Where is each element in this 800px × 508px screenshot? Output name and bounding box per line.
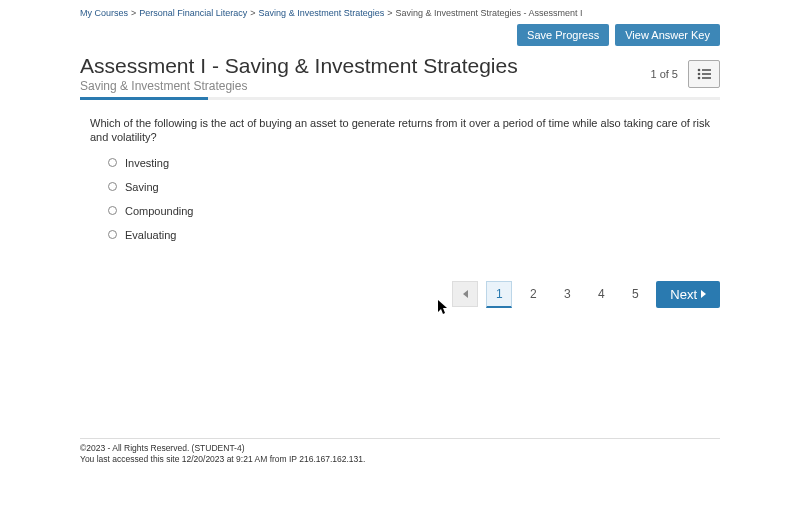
answer-options: Investing Saving Compounding Evaluating: [108, 157, 720, 241]
chevron-left-icon: [463, 290, 468, 298]
breadcrumb-sep: >: [128, 8, 139, 18]
page-number[interactable]: 1: [486, 281, 512, 308]
page-number[interactable]: 5: [622, 281, 648, 307]
save-progress-button[interactable]: Save Progress: [517, 24, 609, 46]
progress-bar-fill: [80, 97, 208, 100]
page-number[interactable]: 4: [588, 281, 614, 307]
breadcrumb-sep: >: [247, 8, 258, 18]
action-button-row: Save Progress View Answer Key: [80, 24, 720, 46]
breadcrumb-sep: >: [384, 8, 395, 18]
option-label: Saving: [125, 181, 159, 193]
svg-rect-3: [702, 73, 711, 75]
page-title: Assessment I - Saving & Investment Strat…: [80, 54, 518, 78]
progress-bar-bg: [80, 97, 720, 100]
footer: ©2023 - All Rights Reserved. (STUDENT-4)…: [80, 438, 720, 465]
prev-page-button[interactable]: [452, 281, 478, 307]
option-label: Evaluating: [125, 229, 176, 241]
breadcrumb-current: Saving & Investment Strategies - Assessm…: [395, 8, 582, 18]
option-label: Investing: [125, 157, 169, 169]
footer-divider: [80, 438, 720, 439]
radio-icon: [108, 182, 117, 191]
radio-icon: [108, 230, 117, 239]
option-label: Compounding: [125, 205, 194, 217]
next-label: Next: [670, 287, 697, 302]
breadcrumb-link-1[interactable]: Personal Financial Literacy: [139, 8, 247, 18]
next-button[interactable]: Next: [656, 281, 720, 308]
list-icon: [697, 68, 711, 80]
breadcrumb-link-0[interactable]: My Courses: [80, 8, 128, 18]
svg-point-2: [698, 72, 701, 75]
radio-icon: [108, 206, 117, 215]
footer-copyright: ©2023 - All Rights Reserved. (STUDENT-4): [80, 443, 720, 454]
option-row[interactable]: Saving: [108, 181, 720, 193]
svg-rect-1: [702, 69, 711, 71]
option-row[interactable]: Investing: [108, 157, 720, 169]
pagination: 1 2 3 4 5 Next: [80, 281, 720, 308]
option-row[interactable]: Compounding: [108, 205, 720, 217]
question-text: Which of the following is the act of buy…: [90, 116, 710, 145]
page-subtitle: Saving & Investment Strategies: [80, 79, 518, 93]
breadcrumb: My Courses>Personal Financial Literacy>S…: [80, 6, 720, 22]
question-counter: 1 of 5: [650, 68, 678, 80]
svg-point-0: [698, 68, 701, 71]
option-row[interactable]: Evaluating: [108, 229, 720, 241]
radio-icon: [108, 158, 117, 167]
view-answer-key-button[interactable]: View Answer Key: [615, 24, 720, 46]
page-number[interactable]: 3: [554, 281, 580, 307]
svg-point-4: [698, 76, 701, 79]
assessment-header: Assessment I - Saving & Investment Strat…: [80, 54, 720, 93]
question-list-button[interactable]: [688, 60, 720, 88]
breadcrumb-link-2[interactable]: Saving & Investment Strategies: [259, 8, 385, 18]
footer-last-access: You last accessed this site 12/20/2023 a…: [80, 454, 720, 465]
svg-rect-5: [702, 77, 711, 79]
page-number[interactable]: 2: [520, 281, 546, 307]
chevron-right-icon: [701, 290, 706, 298]
